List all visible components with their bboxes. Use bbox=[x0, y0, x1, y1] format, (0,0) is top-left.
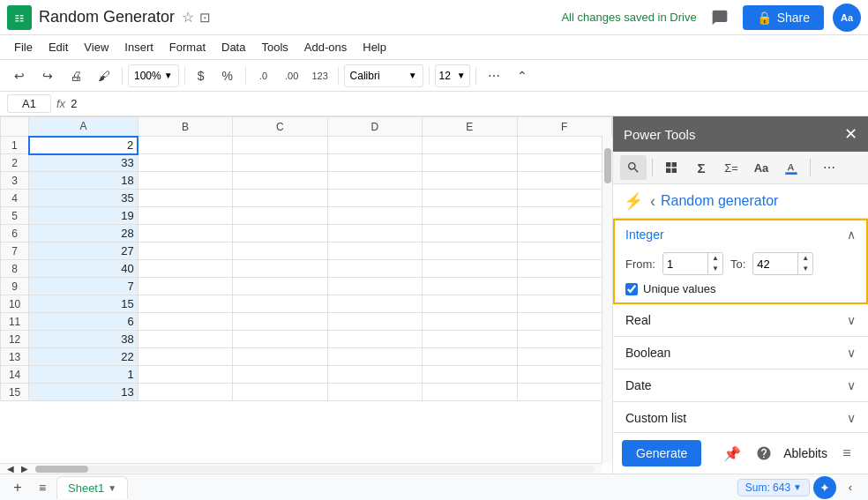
cell-empty[interactable] bbox=[233, 243, 327, 260]
cell-empty[interactable] bbox=[423, 313, 517, 331]
explore-button[interactable]: ✦ bbox=[813, 476, 836, 499]
cell-a2[interactable]: 33 bbox=[29, 154, 138, 172]
cell-empty[interactable] bbox=[517, 384, 611, 401]
to-down-button[interactable]: ▼ bbox=[798, 264, 812, 274]
menu-edit[interactable]: Edit bbox=[41, 38, 75, 56]
sheet1-tab[interactable]: Sheet1 ▼ bbox=[56, 476, 128, 499]
decimal-inc-button[interactable]: .00 bbox=[280, 63, 304, 88]
cell-empty[interactable] bbox=[423, 172, 517, 190]
col-header-a[interactable]: A bbox=[29, 117, 138, 137]
cell-empty[interactable] bbox=[233, 313, 327, 331]
cell-empty[interactable] bbox=[423, 348, 517, 366]
menu-data[interactable]: Data bbox=[214, 38, 252, 56]
cell-empty[interactable] bbox=[517, 295, 611, 313]
formula-input[interactable] bbox=[71, 97, 861, 110]
menu-addons[interactable]: Add-ons bbox=[297, 38, 354, 56]
pt-grid-button[interactable] bbox=[658, 155, 685, 180]
unique-values-checkbox[interactable] bbox=[625, 283, 638, 295]
cell-a1[interactable]: 2 bbox=[29, 137, 138, 154]
cell-empty[interactable] bbox=[233, 278, 327, 295]
cell-empty[interactable] bbox=[517, 137, 611, 154]
cell-reference-input[interactable] bbox=[7, 94, 51, 113]
cell-empty[interactable] bbox=[517, 313, 611, 331]
percent-button[interactable]: % bbox=[215, 63, 240, 88]
cell-empty[interactable] bbox=[517, 207, 611, 225]
cell-empty[interactable] bbox=[327, 137, 422, 154]
cell-empty[interactable] bbox=[327, 243, 422, 260]
col-header-f[interactable]: F bbox=[517, 117, 611, 137]
cell-empty[interactable] bbox=[517, 190, 611, 207]
pt-text-button[interactable]: Aa bbox=[748, 155, 774, 180]
cell-empty[interactable] bbox=[423, 278, 517, 295]
h-scroll-thumb[interactable] bbox=[35, 466, 88, 473]
more-formats-button[interactable]: ⋯ bbox=[482, 63, 506, 88]
menu-view[interactable]: View bbox=[77, 38, 116, 56]
cell-empty[interactable] bbox=[138, 366, 232, 384]
generate-button[interactable]: Generate bbox=[622, 440, 701, 466]
cell-empty[interactable] bbox=[327, 278, 422, 295]
print-button[interactable]: 🖨 bbox=[64, 63, 88, 88]
cell-empty[interactable] bbox=[327, 348, 422, 366]
cell-empty[interactable] bbox=[233, 366, 327, 384]
cell-a5[interactable]: 19 bbox=[29, 207, 138, 225]
cell-empty[interactable] bbox=[423, 295, 517, 313]
cell-a10[interactable]: 15 bbox=[29, 295, 138, 313]
cell-empty[interactable] bbox=[327, 172, 422, 190]
cell-empty[interactable] bbox=[423, 225, 517, 243]
integer-header[interactable]: Integer ∧ bbox=[615, 220, 866, 249]
to-input[interactable] bbox=[753, 256, 797, 272]
cell-empty[interactable] bbox=[233, 348, 327, 366]
cell-empty[interactable] bbox=[138, 243, 232, 260]
cell-empty[interactable] bbox=[327, 331, 422, 348]
cell-a6[interactable]: 28 bbox=[29, 225, 138, 243]
menu-dots-icon[interactable]: ≡ bbox=[834, 441, 859, 466]
cell-empty[interactable] bbox=[423, 331, 517, 348]
cell-empty[interactable] bbox=[517, 154, 611, 172]
cell-empty[interactable] bbox=[327, 366, 422, 384]
cell-empty[interactable] bbox=[233, 190, 327, 207]
scroll-left-btn[interactable]: ◀ bbox=[7, 464, 14, 474]
from-down-button[interactable]: ▼ bbox=[708, 264, 722, 274]
cell-empty[interactable] bbox=[233, 207, 327, 225]
cell-empty[interactable] bbox=[233, 225, 327, 243]
chat-icon[interactable] bbox=[706, 4, 734, 32]
scroll-right-btn[interactable]: ▶ bbox=[21, 464, 28, 474]
cell-empty[interactable] bbox=[517, 366, 611, 384]
undo-button[interactable]: ↩ bbox=[7, 63, 32, 88]
cell-empty[interactable] bbox=[423, 207, 517, 225]
col-header-b[interactable]: B bbox=[138, 117, 232, 137]
date-header[interactable]: Date ∨ bbox=[613, 369, 868, 401]
avatar[interactable]: Aa bbox=[833, 4, 861, 32]
cell-a11[interactable]: 6 bbox=[29, 313, 138, 331]
font-size-selector[interactable]: 12 ▼ bbox=[435, 64, 470, 87]
cell-empty[interactable] bbox=[138, 207, 232, 225]
cell-empty[interactable] bbox=[138, 331, 232, 348]
from-up-button[interactable]: ▲ bbox=[708, 253, 722, 264]
cell-empty[interactable] bbox=[233, 295, 327, 313]
menu-tools[interactable]: Tools bbox=[254, 38, 295, 56]
cell-empty[interactable] bbox=[327, 207, 422, 225]
cell-empty[interactable] bbox=[138, 384, 232, 401]
cell-empty[interactable] bbox=[423, 243, 517, 260]
horizontal-scrollbar[interactable]: ◀ ▶ bbox=[0, 463, 602, 474]
cell-a7[interactable]: 27 bbox=[29, 243, 138, 260]
sheets-menu-button[interactable]: ≡ bbox=[32, 477, 53, 498]
pt-formula-button[interactable]: Σ= bbox=[718, 155, 745, 180]
cell-a15[interactable]: 13 bbox=[29, 384, 138, 401]
share-button[interactable]: 🔒 Generate Share bbox=[743, 5, 824, 30]
cell-empty[interactable] bbox=[517, 243, 611, 260]
cell-empty[interactable] bbox=[138, 172, 232, 190]
col-header-e[interactable]: E bbox=[423, 117, 517, 137]
paint-format-button[interactable]: 🖌 bbox=[92, 63, 116, 88]
cell-empty[interactable] bbox=[423, 366, 517, 384]
cell-empty[interactable] bbox=[233, 137, 327, 154]
cell-empty[interactable] bbox=[423, 154, 517, 172]
cell-empty[interactable] bbox=[138, 260, 232, 278]
cell-empty[interactable] bbox=[233, 260, 327, 278]
cell-a4[interactable]: 35 bbox=[29, 190, 138, 207]
add-sheet-button[interactable]: + bbox=[7, 477, 28, 498]
cell-empty[interactable] bbox=[517, 348, 611, 366]
collapse-toolbar-button[interactable]: ⌃ bbox=[510, 63, 535, 88]
cell-empty[interactable] bbox=[423, 137, 517, 154]
cell-empty[interactable] bbox=[138, 278, 232, 295]
